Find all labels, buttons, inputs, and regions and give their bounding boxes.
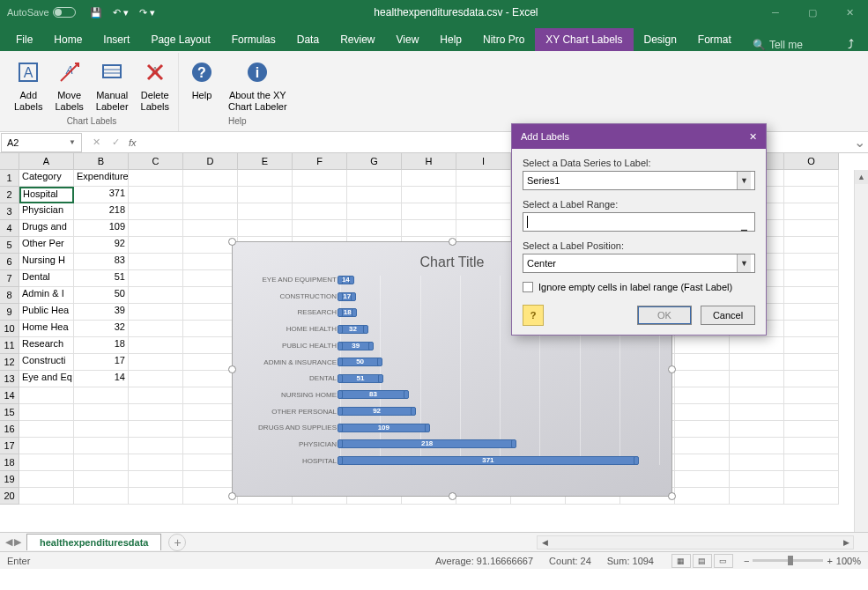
chart-bar[interactable]: 18 (340, 308, 354, 317)
tab-view[interactable]: View (386, 28, 430, 51)
dialog-title-bar[interactable]: Add Labels ✕ (512, 124, 766, 149)
cell[interactable] (74, 421, 129, 438)
chart-bar[interactable]: 39 (340, 342, 371, 350)
normal-view-icon[interactable]: ▦ (671, 554, 691, 568)
cell[interactable]: Research (19, 337, 74, 354)
row-header[interactable]: 7 (0, 270, 19, 287)
cancel-button[interactable]: Cancel (701, 306, 755, 325)
tab-page-layout[interactable]: Page Layout (140, 28, 220, 51)
cell[interactable] (784, 354, 839, 371)
cancel-formula-icon[interactable]: ✕ (88, 136, 104, 148)
cell[interactable]: Other Per (19, 237, 74, 254)
row-header[interactable]: 15 (0, 404, 19, 421)
tab-data[interactable]: Data (286, 28, 330, 51)
row-header[interactable]: 8 (0, 287, 19, 304)
row-header[interactable]: 4 (0, 220, 19, 237)
resize-handle[interactable] (228, 365, 236, 373)
cell[interactable]: 371 (74, 187, 129, 203)
row-header[interactable]: 6 (0, 254, 19, 270)
cell[interactable] (784, 471, 839, 488)
cell[interactable] (730, 438, 784, 454)
tab-file[interactable]: File (5, 28, 43, 51)
cell[interactable] (293, 220, 347, 237)
cell[interactable] (730, 371, 784, 387)
save-icon[interactable]: 💾 (90, 7, 102, 18)
redo-icon[interactable]: ↷ ▾ (139, 7, 155, 18)
dialog-close-icon[interactable]: ✕ (749, 131, 757, 143)
fx-icon[interactable]: fx (129, 137, 137, 148)
add-labels-button[interactable]: AAdd Labels (9, 55, 48, 114)
cell[interactable] (784, 203, 839, 220)
resize-handle[interactable] (668, 492, 676, 500)
ok-button[interactable]: OK (637, 306, 692, 325)
cell[interactable] (129, 170, 183, 187)
cell[interactable] (293, 187, 347, 203)
column-header[interactable]: E (238, 153, 293, 170)
cell[interactable] (183, 421, 238, 438)
cell[interactable] (402, 220, 456, 237)
cell[interactable] (183, 220, 238, 237)
chart-bar[interactable]: 92 (340, 407, 413, 416)
column-header[interactable]: H (402, 153, 456, 170)
cell[interactable]: Nursing H (19, 254, 74, 270)
cell[interactable] (183, 454, 238, 471)
zoom-out-icon[interactable]: − (744, 556, 749, 566)
tell-me-search[interactable]: 🔍 Tell me (753, 39, 803, 51)
cell[interactable] (238, 203, 293, 220)
zoom-slider[interactable]: − + 100% (744, 556, 861, 566)
cell[interactable] (347, 187, 402, 203)
chart-bar[interactable]: 218 (340, 439, 514, 448)
cell[interactable] (456, 220, 511, 237)
cell[interactable] (675, 354, 730, 371)
cell[interactable] (784, 237, 839, 254)
cell[interactable] (129, 438, 183, 454)
row-header[interactable]: 14 (0, 387, 19, 404)
horizontal-scrollbar[interactable]: ◀▶ (537, 535, 854, 549)
column-header[interactable]: O (784, 153, 839, 170)
row-header[interactable]: 9 (0, 304, 19, 321)
cell[interactable] (675, 488, 730, 505)
cell[interactable]: Public Hea (19, 304, 74, 321)
cell[interactable]: 18 (74, 337, 129, 354)
tab-help[interactable]: Help (429, 28, 472, 51)
cell[interactable] (784, 337, 839, 354)
cell[interactable]: 50 (74, 287, 129, 304)
chart-bar[interactable]: 14 (340, 276, 352, 284)
about-button[interactable]: iAbout the XY Chart Labeler (223, 55, 293, 114)
row-header[interactable]: 5 (0, 237, 19, 254)
cell[interactable]: 14 (74, 371, 129, 387)
zoom-in-icon[interactable]: + (827, 556, 832, 566)
cell[interactable] (784, 304, 839, 321)
cell[interactable] (183, 203, 238, 220)
cell[interactable] (19, 438, 74, 454)
chart-bar[interactable]: 50 (340, 358, 380, 366)
cell[interactable] (784, 438, 839, 454)
cell[interactable] (183, 321, 238, 337)
cell[interactable]: Admin & I (19, 287, 74, 304)
cell[interactable] (19, 471, 74, 488)
tab-format[interactable]: Format (687, 28, 742, 51)
cell[interactable] (730, 488, 784, 505)
cell[interactable] (19, 488, 74, 505)
cell[interactable] (784, 270, 839, 287)
view-buttons[interactable]: ▦ ▤ ▭ (671, 554, 733, 568)
chevron-down-icon[interactable]: ▼ (69, 138, 76, 146)
name-box[interactable]: A2▼ (1, 133, 82, 152)
cell[interactable] (19, 404, 74, 421)
cell[interactable] (183, 371, 238, 387)
cell[interactable] (183, 387, 238, 404)
cell[interactable] (74, 454, 129, 471)
column-header[interactable]: A (19, 153, 74, 170)
undo-icon[interactable]: ↶ ▾ (113, 7, 129, 18)
cell[interactable]: Dental (19, 270, 74, 287)
chart-bar[interactable]: 51 (340, 374, 381, 383)
cell[interactable] (730, 337, 784, 354)
cell[interactable] (74, 471, 129, 488)
cell[interactable] (183, 471, 238, 488)
tab-insert[interactable]: Insert (93, 28, 140, 51)
cell[interactable] (675, 404, 730, 421)
cell[interactable] (675, 454, 730, 471)
cell[interactable] (730, 387, 784, 404)
cell[interactable] (456, 203, 511, 220)
chevron-down-icon[interactable]: ▼ (737, 172, 751, 189)
